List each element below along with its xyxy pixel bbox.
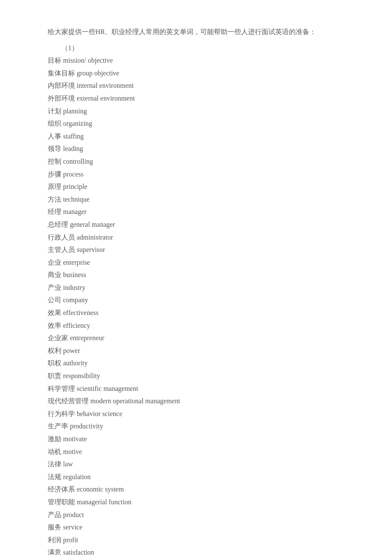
vocab-item: 利润 profit xyxy=(34,534,358,546)
vocab-list: 目标 mission/ objective集体目标 group objectiv… xyxy=(34,54,358,555)
vocab-item: 企业 enterprise xyxy=(34,256,358,269)
vocab-item: 法规 regulation xyxy=(34,471,358,483)
vocab-item: 行为科学 behavior science xyxy=(34,408,358,420)
vocab-item: 原理 principle xyxy=(34,180,358,193)
vocab-item: 目标 mission/ objective xyxy=(34,54,358,67)
vocab-item: 管理职能 managerial function xyxy=(34,496,358,509)
vocab-item: 计划 planning xyxy=(34,105,358,118)
vocab-item: 法律 law xyxy=(34,458,358,471)
vocab-item: 控制 controlling xyxy=(34,155,358,168)
vocab-item: 科学管理 scientific management xyxy=(34,382,358,395)
vocab-item: 产业 industry xyxy=(34,281,358,294)
section-number: （1） xyxy=(34,42,358,55)
vocab-item: 产品 product xyxy=(34,509,358,521)
vocab-item: 激励 motivate xyxy=(34,433,358,445)
vocab-item: 商业 business xyxy=(34,269,358,281)
intro-text: 给大家提供一些HR、职业经理人常用的英文单词，可能帮助一些人进行面试英语的准备： xyxy=(34,26,358,38)
vocab-item: 行政人员 administrator xyxy=(34,231,358,244)
vocab-item: 权利 power xyxy=(34,344,358,357)
vocab-item: 经理 manager xyxy=(34,205,358,218)
vocab-item: 动机 motive xyxy=(34,445,358,458)
vocab-item: 主管人员 supervisor xyxy=(34,243,358,256)
vocab-item: 满意 satisfaction xyxy=(34,546,358,555)
vocab-item: 内部环境 internal environment xyxy=(34,79,358,92)
vocab-item: 外部环境 external environment xyxy=(34,92,358,105)
vocab-item: 公司 company xyxy=(34,294,358,306)
vocab-item: 方法 technique xyxy=(34,193,358,206)
vocab-item: 总经理 general manager xyxy=(34,218,358,231)
vocab-item: 企业家 entrepreneur xyxy=(34,332,358,344)
vocab-item: 效率 efficiency xyxy=(34,319,358,332)
vocab-item: 职权 authority xyxy=(34,357,358,370)
vocab-item: 领导 leading xyxy=(34,142,358,155)
vocab-item: 集体目标 group objective xyxy=(34,67,358,80)
vocab-item: 效果 effectiveness xyxy=(34,306,358,319)
vocab-item: 职责 responsibility xyxy=(34,370,358,382)
vocab-item: 服务 service xyxy=(34,521,358,534)
vocab-item: 现代经营管理 modern operational management xyxy=(34,395,358,408)
vocab-item: 步骤 process xyxy=(34,168,358,181)
vocab-item: 经济体系 economic system xyxy=(34,483,358,496)
vocab-item: 生产率 productivity xyxy=(34,420,358,433)
vocab-item: 组织 organizing xyxy=(34,117,358,130)
vocab-item: 人事 staffing xyxy=(34,130,358,143)
